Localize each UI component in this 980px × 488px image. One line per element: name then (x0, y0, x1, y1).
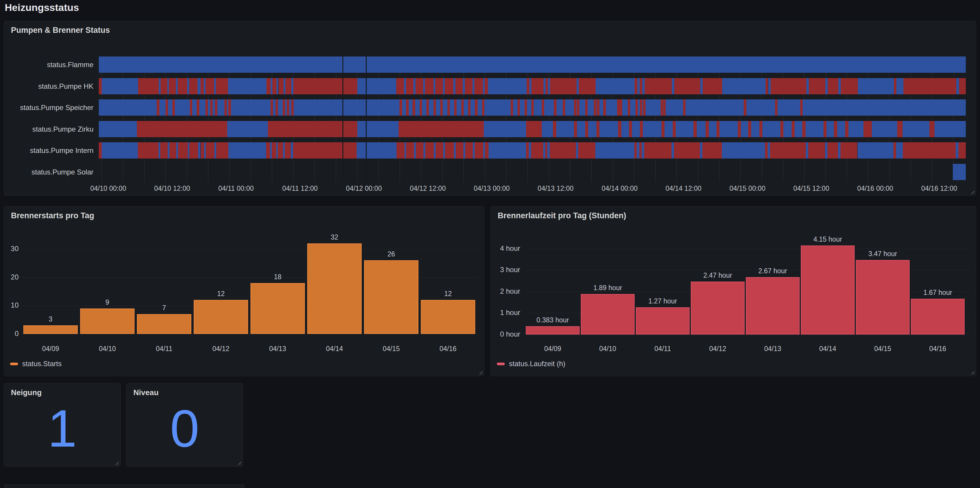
legend-color-pill (497, 362, 505, 365)
timeline-segment (189, 78, 198, 94)
timeline-segment (488, 78, 527, 94)
timeline-segment (840, 142, 858, 159)
timeline-segment (465, 142, 473, 159)
timeline-segment (896, 78, 903, 94)
x-axis-tick-label: 04/16 12:00 (921, 184, 957, 192)
timeline-segment (748, 121, 751, 137)
timeline-segment (956, 142, 958, 159)
bar-value-label: 9 (105, 299, 110, 307)
timeline-segment (628, 99, 630, 116)
timeline-segment (169, 142, 176, 159)
timeline-gap-line (342, 56, 343, 182)
timeline-segment (435, 78, 443, 94)
timeline-segment (529, 142, 531, 159)
timeline-segment (841, 78, 858, 94)
timeline-segment (416, 142, 423, 159)
panel-neigung: Neigung 1 (4, 383, 121, 467)
timeline-segment (425, 78, 434, 94)
stat-value: 0 (127, 394, 243, 463)
dashboard: Heizungsstatus Pumpen & Brenner Status s… (0, 0, 980, 488)
timeline-segment (643, 99, 646, 116)
bar-value-label: 2.47 hour (703, 272, 732, 280)
timeline-segment (617, 99, 619, 116)
timeline-segment (293, 142, 357, 159)
timeline-segment (771, 78, 807, 94)
y-axis-tick-label: 0 (0, 329, 19, 338)
x-axis-tick-label: 04/14 12:00 (666, 184, 702, 192)
timeline-segment (454, 99, 457, 116)
timeline-segment (642, 78, 645, 94)
panel-title[interactable]: Brennerlaufzeit pro Tag (Stunden) (498, 211, 626, 220)
panel-resize-handle[interactable] (970, 370, 974, 374)
timeline-segment (546, 78, 548, 94)
timeline-row-label: status.Flamme (4, 57, 94, 73)
timeline-row (99, 99, 966, 116)
gridline (525, 249, 970, 249)
timeline-segment (663, 99, 666, 116)
panel-title[interactable]: Brennerstarts pro Tag (11, 211, 94, 220)
stat-value: 1 (4, 394, 120, 463)
legend-color-pill (10, 362, 18, 365)
timeline-segment (99, 57, 966, 73)
bar (801, 245, 854, 334)
timeline-segment (531, 142, 543, 159)
bar (636, 307, 690, 334)
timeline-segment (526, 142, 529, 159)
timeline-segment (285, 142, 291, 159)
panel-resize-handle[interactable] (970, 190, 974, 194)
timeline-segment (858, 78, 894, 94)
timeline-segment (517, 99, 520, 116)
timeline-segment (738, 121, 741, 137)
y-axis-tick-label: 30 (0, 245, 19, 253)
timeline-segment (577, 78, 579, 94)
gridline (525, 334, 970, 335)
timeline-segment (461, 99, 464, 116)
y-axis-tick-label: 20 (0, 273, 19, 281)
timeline-segment (640, 142, 642, 159)
timeline-segment (827, 142, 838, 159)
timeline-segment (285, 78, 291, 94)
x-axis-tick-label: 04/10 (599, 345, 616, 353)
legend-item-laufzeit[interactable]: status.Laufzeit (h) (497, 360, 565, 368)
x-axis-tick-label: 04/15 (874, 345, 891, 353)
timeline-segment (824, 121, 827, 137)
timeline-segment (482, 99, 484, 116)
x-axis-tick-label: 04/12 12:00 (410, 184, 446, 192)
timeline-segment (802, 121, 805, 137)
timeline-segment (700, 142, 702, 159)
timeline-gap-line (366, 56, 367, 182)
timeline-row (99, 142, 966, 159)
timeline-segment (531, 78, 544, 94)
timeline-segment (434, 99, 436, 116)
timeline-segment (768, 142, 770, 159)
timeline-segment (642, 142, 644, 159)
timeline-segment (455, 78, 463, 94)
timeline-segment (138, 78, 159, 94)
panel-brennerlaufzeit: Brennerlaufzeit pro Tag (Stunden) 0 hour… (491, 206, 976, 376)
timeline-segment (800, 99, 803, 116)
timeline-segment (722, 142, 765, 159)
bar-value-label: 7 (162, 304, 166, 312)
timeline-segment (828, 78, 838, 94)
panel-title[interactable]: Pumpen & Brenner Status (11, 26, 110, 35)
timeline-segment (227, 121, 268, 137)
timeline-segment (578, 142, 595, 159)
x-axis-tick-label: 04/16 00:00 (857, 184, 893, 192)
bar (526, 326, 580, 334)
timeline-segment (272, 78, 277, 94)
timeline-segment (903, 142, 956, 159)
timeline-segment (770, 142, 806, 159)
panel-resize-handle[interactable] (479, 370, 483, 374)
timeline-segment (893, 142, 896, 159)
bar-value-label: 1.27 hour (648, 297, 677, 305)
timeline-segment (554, 99, 556, 116)
bar (307, 243, 362, 334)
timeline-segment (644, 142, 671, 159)
x-axis-tick-label: 04/09 (42, 345, 59, 353)
timeline-segment (768, 78, 771, 94)
timeline-segment (542, 99, 544, 116)
legend-item-starts[interactable]: status.Starts (10, 360, 62, 368)
timeline-segment (597, 121, 600, 137)
timeline-segment (683, 99, 686, 116)
timeline-segment (531, 99, 534, 116)
